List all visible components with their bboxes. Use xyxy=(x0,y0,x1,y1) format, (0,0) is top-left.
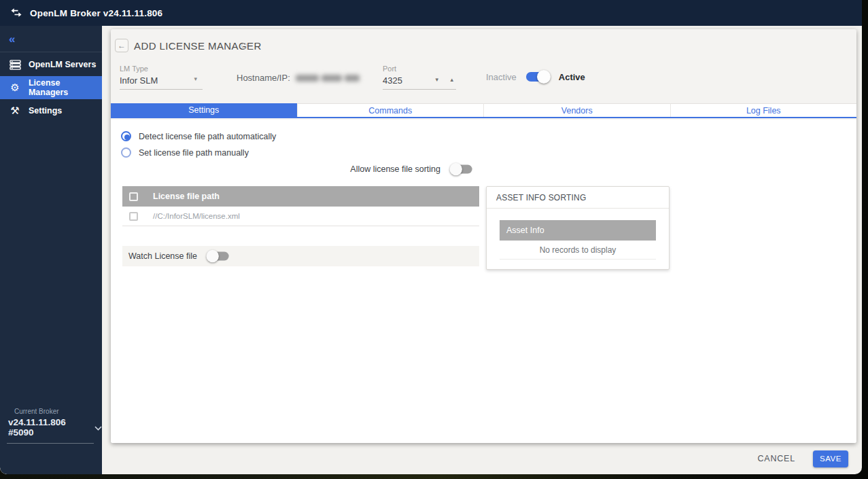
asset-info-empty-message: No records to display xyxy=(500,241,656,260)
lm-type-label: LM Type xyxy=(120,65,201,73)
port-increment-icon[interactable]: ▴ xyxy=(450,76,453,83)
sidebar-collapse-icon[interactable]: « xyxy=(9,33,15,46)
back-button[interactable]: ← xyxy=(115,39,128,52)
asset-info-column-header: Asset Info xyxy=(506,226,544,235)
port-value: 4325 xyxy=(383,75,456,86)
sidebar-divider xyxy=(0,52,102,52)
current-broker-label: Current Broker xyxy=(14,408,102,415)
info-circle-icon xyxy=(241,43,247,49)
radio-label: Detect license file path automatically xyxy=(139,132,276,141)
sidebar-item-label: License Managers xyxy=(29,78,102,97)
footer-actions: CANCEL SAVE xyxy=(102,443,862,474)
sidebar-nav: OpenLM Servers ⚙ License Managers ⚒ Sett… xyxy=(0,53,102,122)
openlm-logo-icon xyxy=(10,6,23,20)
desktop-wallpaper: OpenLM Broker v24.11.11.806 « OpenLM xyxy=(0,0,868,479)
toggle-knob xyxy=(207,250,219,262)
asset-info-header: Asset Info xyxy=(500,220,656,241)
app-window: OpenLM Broker v24.11.11.806 « OpenLM xyxy=(0,0,862,474)
port-underline xyxy=(383,89,456,90)
tab-commands[interactable]: Commands xyxy=(297,103,484,117)
sidebar-item-label: OpenLM Servers xyxy=(29,60,96,69)
hostname-value-redacted xyxy=(296,75,360,82)
inactive-label: Inactive xyxy=(486,72,517,82)
tools-icon: ⚒ xyxy=(9,105,21,117)
card-header: ← ADD LICENSE MANAGER LM Type Infor SLM … xyxy=(111,29,856,103)
select-all-checkbox[interactable] xyxy=(129,192,138,201)
cancel-button[interactable]: CANCEL xyxy=(757,454,795,463)
toggle-knob xyxy=(450,163,462,175)
asset-panel-divider xyxy=(487,208,669,209)
active-toggle[interactable] xyxy=(526,70,549,84)
port-label: Port xyxy=(383,65,456,73)
hostname-label: Hostname/IP: xyxy=(237,73,290,83)
radio-set-manually[interactable]: Set license file path manually xyxy=(121,147,249,158)
row-checkbox[interactable] xyxy=(129,212,138,221)
tab-vendors[interactable]: Vendors xyxy=(483,103,670,117)
toggle-knob xyxy=(537,70,551,84)
license-table-header: License file path xyxy=(122,186,479,207)
add-license-manager-card: ← ADD LICENSE MANAGER LM Type Infor SLM … xyxy=(111,29,856,443)
asset-info-sorting-panel: ASSET INFO SORTING Asset Info No records… xyxy=(486,186,670,270)
save-button[interactable]: SAVE xyxy=(813,450,848,467)
topbar: OpenLM Broker v24.11.11.806 xyxy=(0,0,862,26)
radio-label: Set license file path manually xyxy=(139,148,249,158)
asset-info-table: Asset Info No records to display xyxy=(500,220,656,260)
tab-bar: Settings Commands Vendors Log Files xyxy=(111,103,856,118)
active-label: Active xyxy=(559,72,585,82)
current-broker-section: Current Broker v24.11.11.806 #5090 xyxy=(0,408,102,444)
watch-license-row: Watch License file xyxy=(122,246,479,266)
radio-checked-icon[interactable] xyxy=(121,131,131,141)
sidebar-item-openlm-servers[interactable]: OpenLM Servers xyxy=(0,53,102,76)
asset-panel-title: ASSET INFO SORTING xyxy=(487,187,669,208)
broker-underline xyxy=(7,443,94,444)
license-file-table: License file path //C:/InforSLM/license.… xyxy=(122,186,479,226)
sidebar: « OpenLM Servers ⚙ Li xyxy=(0,26,102,474)
tab-log-files[interactable]: Log Files xyxy=(670,103,857,117)
allow-sorting-toggle[interactable] xyxy=(451,163,472,175)
hostname-field[interactable]: Hostname/IP: xyxy=(237,73,360,83)
servers-icon xyxy=(9,58,21,71)
license-path-column-header: License file path xyxy=(153,192,220,201)
app-title: OpenLM Broker v24.11.11.806 xyxy=(30,8,162,18)
chevron-down-icon[interactable] xyxy=(94,421,102,433)
gear-icon: ⚙ xyxy=(9,82,21,94)
lm-type-field[interactable]: LM Type Infor SLM ▾ xyxy=(120,65,201,86)
radio-unchecked-icon[interactable] xyxy=(121,147,131,158)
allow-sorting-label: Allow license file sorting xyxy=(350,164,440,174)
license-file-path: //C:/InforSLM/license.xml xyxy=(153,212,240,220)
port-decrement-icon[interactable]: ▾ xyxy=(435,76,438,83)
radio-detect-automatically[interactable]: Detect license file path automatically xyxy=(121,131,276,141)
sidebar-item-license-managers[interactable]: ⚙ License Managers xyxy=(0,76,102,99)
status-toggle-group: Inactive Active xyxy=(486,70,585,84)
lm-type-underline xyxy=(120,89,203,90)
allow-sorting-row: Allow license file sorting xyxy=(111,162,483,176)
table-row[interactable]: //C:/InforSLM/license.xml xyxy=(122,207,479,226)
watch-license-toggle[interactable] xyxy=(207,250,228,262)
settings-tab-content: Detect license file path automatically S… xyxy=(111,120,856,443)
tab-settings[interactable]: Settings xyxy=(111,103,297,117)
lm-type-value: Infor SLM xyxy=(120,75,201,86)
sidebar-item-settings[interactable]: ⚒ Settings xyxy=(0,99,102,122)
dropdown-arrow-icon[interactable]: ▾ xyxy=(194,75,197,82)
sidebar-item-label: Settings xyxy=(29,106,62,116)
current-broker-value: v24.11.11.806 #5090 xyxy=(8,417,86,438)
watch-license-label: Watch License file xyxy=(128,251,197,261)
port-field[interactable]: Port 4325 ▾ ▴ xyxy=(383,65,456,86)
